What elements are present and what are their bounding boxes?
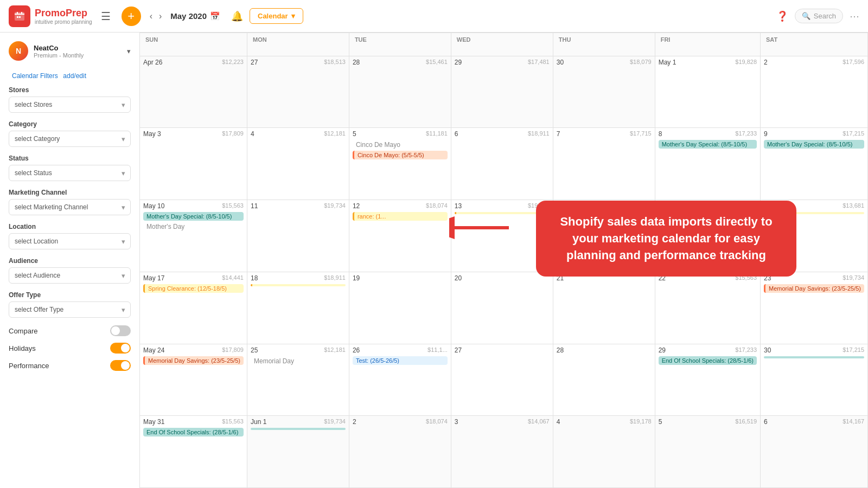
day-may7[interactable]: 7$17,715 [553, 128, 655, 200]
user-plan: Premium - Monthly [34, 52, 84, 59]
search-box[interactable]: 🔍 Search [795, 9, 843, 23]
event-end-school-jun1[interactable] [251, 428, 346, 430]
compare-toggle[interactable] [110, 325, 131, 336]
event-mothers-day-special-10[interactable]: Mother's Day Special: (8/5-10/5) [143, 212, 244, 221]
stores-label: Stores [9, 86, 131, 94]
filters-add-edit[interactable]: add/edit [63, 72, 86, 80]
marketing-label: Marketing Channel [9, 189, 131, 196]
day-may1[interactable]: May 1$19,828 [655, 56, 761, 129]
location-select-wrap[interactable]: select Location [9, 233, 131, 249]
marketing-filter: Marketing Channel select Marketing Chann… [9, 189, 131, 215]
day-may22[interactable]: 22$15,563 [655, 272, 761, 344]
event-end-school-30[interactable] [764, 356, 864, 358]
marketing-select[interactable]: select Marketing Channel [9, 199, 131, 215]
day-apr26[interactable]: Apr 26$12,223 [140, 56, 247, 129]
day-may21[interactable]: 21 [553, 272, 655, 344]
event-mothers-day-holiday[interactable]: Mother's Day [143, 222, 244, 232]
day-may29[interactable]: 29$17,233 End Of School Specials: (28/5-… [655, 344, 761, 416]
event-mothers-day-special-9[interactable]: Mother's Day Special: (8/5-10/5) [764, 140, 864, 149]
status-select-wrap[interactable]: select Status [9, 165, 131, 181]
day-may30[interactable]: 30$17,215 [761, 344, 868, 416]
add-button[interactable]: + [122, 7, 141, 26]
marketing-select-wrap[interactable]: select Marketing Channel [9, 199, 131, 215]
day-jun1[interactable]: Jun 1$19,734 [247, 416, 349, 488]
day-jun3[interactable]: 3$14,067 [451, 416, 553, 488]
category-select[interactable]: select Category [9, 131, 131, 147]
event-cinco-holiday[interactable]: Cinco De Mayo [353, 140, 448, 150]
user-name: NeatCo [34, 44, 84, 52]
day-jun5[interactable]: 5$16,519 [655, 416, 761, 488]
day-may19[interactable]: 19 [349, 272, 451, 344]
day-may24[interactable]: May 24$17,809 Memorial Day Savings: (23/… [140, 344, 247, 416]
day-may2[interactable]: 2$17,596 [761, 56, 868, 129]
arrow-icon [449, 211, 514, 244]
audience-filter: Audience select Audience [9, 257, 131, 284]
day-may31[interactable]: May 31$15,563 End Of School Specials: (2… [140, 416, 247, 488]
compare-label: Compare [9, 327, 37, 335]
event-end-school-31[interactable]: End Of School Specials: (28/5-1/6) [143, 428, 244, 436]
event-memorial-savings-24[interactable]: Memorial Day Savings: (23/5-25/5) [143, 356, 244, 365]
day-may20[interactable]: 20 [451, 272, 553, 344]
bell-icon[interactable]: 🔔 [231, 10, 243, 22]
event-memorial-savings-23[interactable]: Memorial Day Savings: (23/5-25/5) [764, 284, 864, 293]
event-spring-clearance-18[interactable] [251, 284, 346, 286]
day-may12[interactable]: 12$18,074 rance: (1... [349, 200, 451, 272]
day-apr30[interactable]: 30$18,079 [553, 56, 655, 129]
prev-arrow[interactable]: ‹ [148, 9, 155, 23]
day-may23[interactable]: 23$19,734 Memorial Day Savings: (23/5-25… [761, 272, 868, 344]
day-may18[interactable]: 18$18,911 [247, 272, 349, 344]
offer-select-wrap[interactable]: select Offer Type [9, 301, 131, 318]
day-may11[interactable]: 11$19,734 [247, 200, 349, 272]
day-header-thu: Thu [553, 33, 655, 56]
event-test-26[interactable]: Test: (26/5-26/5) [353, 356, 448, 365]
calendar-dropdown-btn[interactable]: Calendar ▾ [250, 8, 303, 24]
day-may17[interactable]: May 17$14,441 Spring Clearance: (12/5-18… [140, 272, 247, 344]
calendar-btn-chevron: ▾ [291, 12, 295, 20]
event-mothers-day-special-8[interactable]: Mother's Day Special: (8/5-10/5) [659, 140, 757, 149]
day-may6[interactable]: 6$18,911 [451, 128, 553, 200]
calendar-icon[interactable]: 📅 [210, 11, 220, 21]
stores-select-wrap[interactable]: select Stores [9, 97, 131, 113]
day-apr28[interactable]: 28$15,461 [349, 56, 451, 129]
help-icon[interactable]: ❓ [776, 10, 788, 22]
day-may4[interactable]: 4$12,181 [247, 128, 349, 200]
day-jun2[interactable]: 2$18,074 [349, 416, 451, 488]
search-placeholder: Search [814, 12, 836, 20]
event-end-school-29[interactable]: End Of School Specials: (28/5-1/6) [659, 356, 757, 365]
day-may27[interactable]: 27 [451, 344, 553, 416]
status-select[interactable]: select Status [9, 165, 131, 181]
day-apr29[interactable]: 29$17,481 [451, 56, 553, 129]
day-jun4[interactable]: 4$19,178 [553, 416, 655, 488]
event-clearance-12[interactable]: rance: (1... [353, 212, 448, 221]
day-may5[interactable]: 5$11,181 Cinco De Mayo Cinco De Mayo: (5… [349, 128, 451, 200]
holidays-row: Holidays [9, 343, 131, 354]
category-select-wrap[interactable]: select Category [9, 131, 131, 147]
event-memorial-day-holiday[interactable]: Memorial Day [251, 356, 346, 366]
more-icon[interactable]: ⋯ [850, 10, 859, 22]
stores-select[interactable]: select Stores [9, 97, 131, 113]
day-jun6[interactable]: 6$14,167 [761, 416, 868, 488]
day-may26[interactable]: 26$11,1... Test: (26/5-26/5) [349, 344, 451, 416]
day-may3[interactable]: May 3$17,809 [140, 128, 247, 200]
day-may10[interactable]: May 10$15,563 Mother's Day Special: (8/5… [140, 200, 247, 272]
audience-select-wrap[interactable]: select Audience [9, 267, 131, 284]
event-spring-clearance-17[interactable]: Spring Clearance: (12/5-18/5) [143, 284, 244, 293]
day-may25[interactable]: 25$12,181 Memorial Day [247, 344, 349, 416]
day-may9[interactable]: 9$17,215 Mother's Day Special: (8/5-10/5… [761, 128, 868, 200]
day-may8[interactable]: 8$17,233 Mother's Day Special: (8/5-10/5… [655, 128, 761, 200]
user-chevron-icon[interactable]: ▾ [127, 47, 131, 55]
location-label: Location [9, 223, 131, 230]
calendar-main: Sun Mon Tue Wed Thu Fri Sat Apr 26$12, [140, 33, 868, 488]
day-may28[interactable]: 28 [553, 344, 655, 416]
next-arrow[interactable]: › [157, 9, 164, 23]
hamburger-icon[interactable]: ☰ [101, 10, 111, 23]
location-select[interactable]: select Location [9, 233, 131, 249]
holidays-toggle[interactable] [110, 343, 131, 354]
offer-select[interactable]: select Offer Type [9, 301, 131, 318]
callout-text: Shopify sales data imports directly to y… [560, 215, 772, 262]
user-row: N NeatCo Premium - Monthly ▾ [9, 41, 131, 61]
day-apr27[interactable]: 27$18,513 [247, 56, 349, 129]
audience-select[interactable]: select Audience [9, 267, 131, 284]
event-cinco-promo[interactable]: Cinco De Mayo: (5/5-5/5) [353, 151, 448, 159]
performance-toggle[interactable] [110, 360, 131, 371]
